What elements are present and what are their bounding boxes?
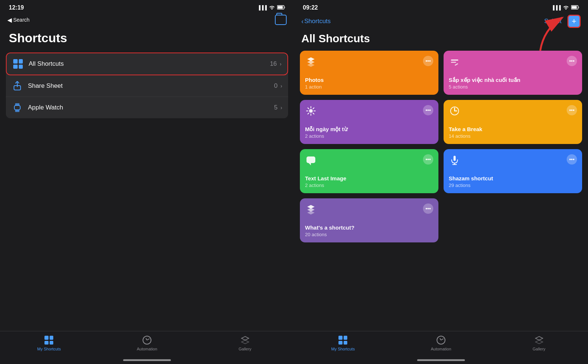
tab-gallery-right[interactable]: Gallery bbox=[490, 335, 588, 351]
all-shortcuts-icon bbox=[12, 58, 24, 69]
shortcut-card-textlastimage[interactable]: ••• Text Last Image 2 actions bbox=[300, 149, 438, 193]
shortcut-card-shazam[interactable]: ••• Shazam shortcut 29 actions bbox=[444, 149, 582, 193]
gallery-tab-icon-left bbox=[240, 335, 250, 345]
tab-gallery-left[interactable]: Gallery bbox=[196, 335, 294, 351]
status-bar-left: 12:19 ▐▐▐ bbox=[0, 0, 294, 12]
nav-actions-right: Select + bbox=[544, 15, 581, 28]
status-time-right: 09:22 bbox=[303, 4, 318, 11]
tab-automation-right[interactable]: Automation bbox=[392, 335, 490, 351]
takeabreak-menu-btn[interactable]: ••• bbox=[567, 105, 577, 115]
my-shortcuts-tab-label-left: My Shortcuts bbox=[37, 347, 61, 351]
battery-icon-right bbox=[571, 5, 579, 11]
status-icons-right: ▐▐▐ bbox=[551, 5, 579, 11]
automation-tab-label-left: Automation bbox=[137, 347, 157, 351]
wifi-icon-right bbox=[563, 5, 569, 11]
add-shortcut-button[interactable]: + bbox=[567, 15, 581, 28]
textlastimage-menu-btn[interactable]: ••• bbox=[423, 154, 433, 165]
tab-my-shortcuts-left[interactable]: My Shortcuts bbox=[0, 335, 98, 351]
all-shortcuts-count: 16 bbox=[270, 60, 277, 68]
gallery-tab-icon-right bbox=[534, 335, 544, 345]
plus-icon: + bbox=[572, 17, 577, 26]
svg-rect-7 bbox=[15, 110, 19, 112]
svg-point-20 bbox=[309, 109, 313, 113]
page-title-right: All Shortcuts bbox=[294, 31, 588, 49]
list-item-apple-watch[interactable]: Apple Watch 5 › bbox=[6, 97, 288, 118]
back-label-right: Shortcuts bbox=[304, 18, 331, 25]
share-sheet-chevron: › bbox=[280, 83, 282, 89]
svg-marker-39 bbox=[307, 211, 315, 215]
shazam-card-icon bbox=[449, 154, 460, 166]
right-phone: 09:22 ▐▐▐ ‹ Shortcuts Select + bbox=[294, 0, 588, 364]
tab-my-shortcuts-right[interactable]: My Shortcuts bbox=[294, 335, 392, 351]
automation-tab-icon-right bbox=[436, 335, 446, 345]
automation-tab-icon-left bbox=[142, 335, 152, 345]
svg-line-27 bbox=[313, 108, 314, 109]
whats-menu-btn[interactable]: ••• bbox=[423, 203, 433, 214]
shortcut-card-sapxep[interactable]: ••• Sắp xếp việc nhà cuối tuần 5 actions bbox=[444, 51, 582, 95]
apple-watch-count: 5 bbox=[274, 104, 277, 111]
svg-rect-2 bbox=[284, 7, 285, 8]
textlastimage-card-icon bbox=[305, 154, 317, 166]
shortcut-card-moingay[interactable]: ••• Mỗi ngày một từ 2 actions bbox=[300, 100, 438, 144]
select-button[interactable]: Select bbox=[544, 18, 562, 25]
my-shortcuts-tab-icon-left bbox=[44, 335, 54, 345]
card-header-shazam: ••• bbox=[449, 154, 577, 166]
shortcut-card-photos[interactable]: ••• Photos 1 action bbox=[300, 51, 438, 95]
card-header-moingay: ••• bbox=[305, 105, 433, 117]
photos-menu-btn[interactable]: ••• bbox=[423, 56, 433, 66]
svg-marker-41 bbox=[535, 340, 543, 344]
moingay-menu-btn[interactable]: ••• bbox=[423, 105, 433, 115]
sapxep-subtitle: 5 actions bbox=[449, 84, 577, 90]
shortcut-card-takeabreak[interactable]: ••• Take a Break 14 actions bbox=[444, 100, 582, 144]
battery-icon-left bbox=[277, 5, 285, 11]
textlastimage-subtitle: 2 actions bbox=[305, 183, 433, 188]
gallery-tab-label-right: Gallery bbox=[533, 347, 545, 351]
svg-rect-17 bbox=[451, 60, 458, 61]
moingay-title: Mỗi ngày một từ bbox=[305, 126, 433, 133]
all-shortcuts-chevron: › bbox=[280, 61, 282, 67]
shortcuts-list: All Shortcuts 16 › Share Sheet 0 › bbox=[6, 53, 288, 118]
left-phone: 12:19 ▐▐▐ ◀ Search Shortcuts bbox=[0, 0, 294, 364]
back-button-right[interactable]: ‹ Shortcuts bbox=[301, 18, 331, 25]
status-time-left: 12:19 bbox=[9, 4, 24, 11]
card-header-sapxep: ••• bbox=[449, 56, 577, 68]
home-indicator-right bbox=[417, 359, 465, 361]
textlastimage-title: Text Last Image bbox=[305, 175, 433, 182]
tab-automation-left[interactable]: Automation bbox=[98, 335, 196, 351]
status-icons-left: ▐▐▐ bbox=[257, 5, 285, 11]
takeabreak-card-icon bbox=[449, 105, 460, 117]
folder-icon-left[interactable] bbox=[275, 15, 287, 25]
svg-rect-34 bbox=[453, 156, 456, 161]
svg-marker-40 bbox=[535, 336, 543, 340]
photos-subtitle: 1 action bbox=[305, 84, 433, 90]
svg-line-25 bbox=[308, 108, 309, 109]
svg-rect-19 bbox=[455, 63, 458, 66]
apple-watch-chevron: › bbox=[280, 105, 282, 111]
shazam-menu-btn[interactable]: ••• bbox=[567, 154, 577, 165]
list-item-share-sheet[interactable]: Share Sheet 0 › bbox=[6, 75, 288, 97]
whats-card-icon bbox=[305, 203, 317, 215]
signal-icon-right: ▐▐▐ bbox=[551, 5, 561, 10]
svg-rect-11 bbox=[572, 6, 577, 8]
page-title-left: Shortcuts bbox=[0, 28, 294, 53]
svg-marker-8 bbox=[241, 336, 249, 340]
shortcut-card-whats[interactable]: ••• What's a shortcut? 20 actions bbox=[300, 198, 438, 242]
svg-line-26 bbox=[313, 113, 314, 114]
svg-rect-12 bbox=[578, 7, 579, 8]
card-header-photos: ••• bbox=[305, 56, 433, 68]
sapxep-card-icon bbox=[449, 56, 460, 68]
shazam-title: Shazam shortcut bbox=[449, 175, 577, 182]
share-sheet-count: 0 bbox=[274, 82, 277, 90]
wifi-icon-left bbox=[269, 5, 275, 11]
back-arrow-left: ◀ bbox=[7, 17, 12, 24]
whats-title: What's a shortcut? bbox=[305, 224, 433, 231]
list-item-all-shortcuts[interactable]: All Shortcuts 16 › bbox=[6, 53, 288, 75]
my-shortcuts-tab-icon-right bbox=[338, 335, 348, 345]
svg-marker-16 bbox=[307, 63, 315, 67]
whats-subtitle: 20 actions bbox=[305, 232, 433, 237]
back-button-left[interactable]: ◀ Search bbox=[7, 17, 29, 24]
moingay-subtitle: 2 actions bbox=[305, 133, 433, 139]
sapxep-menu-btn[interactable]: ••• bbox=[567, 56, 577, 66]
apple-watch-icon bbox=[12, 102, 23, 113]
moingay-card-icon bbox=[305, 105, 317, 117]
